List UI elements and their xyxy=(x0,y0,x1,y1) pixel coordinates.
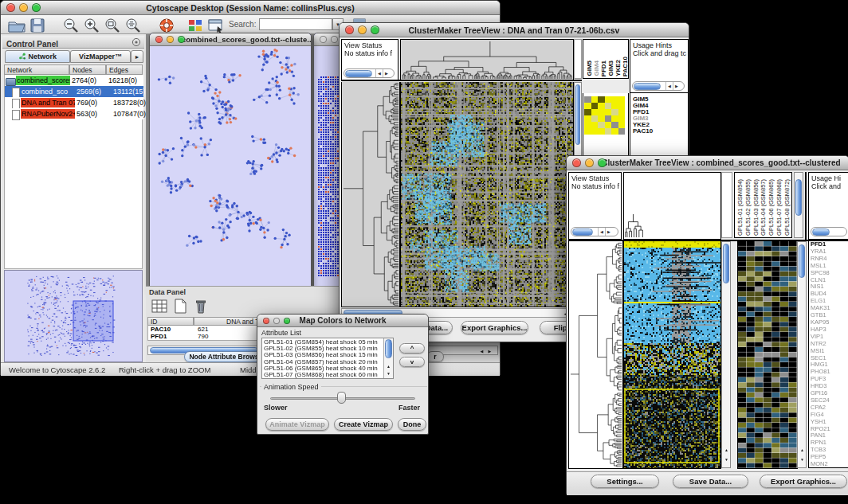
heatmap-cell[interactable] xyxy=(611,115,618,122)
attribute-list[interactable]: GPL51-01 (GSM854) heat shock 05 minGPL51… xyxy=(261,338,394,379)
scrollbar-thumb[interactable] xyxy=(723,244,729,283)
scroll-right-icon[interactable]: ▶ xyxy=(486,349,493,354)
heatmap-cell[interactable] xyxy=(618,109,626,115)
column-label[interactable]: GIM4 xyxy=(593,61,600,76)
attribute-list-item[interactable]: GPL51-06 (GSM865) heat shock 40 min xyxy=(264,365,382,372)
network-view-canvas[interactable] xyxy=(150,46,311,291)
column-header-network[interactable]: Network xyxy=(4,64,69,75)
column-header-nodes[interactable]: Nodes xyxy=(69,64,106,75)
network-row[interactable]: combined_scores2764(0)16218(0) xyxy=(5,75,143,86)
tab-network[interactable]: Network xyxy=(5,50,70,63)
tv1-status-scrollbar[interactable]: ◀ ▶ xyxy=(344,68,395,78)
scroll-left-icon[interactable]: ◀ xyxy=(665,82,673,90)
tv2-zoom-vscrollbar[interactable]: ▲ ▼ xyxy=(797,241,807,468)
heatmap-cell[interactable] xyxy=(611,96,618,103)
attribute-list-item[interactable]: GPL51-02 (GSM855) heat shock 10 min xyxy=(264,346,382,352)
column-label[interactable]: YKE2 xyxy=(614,60,622,76)
tab-overflow-button[interactable]: ► xyxy=(131,50,143,63)
attribute-list-item[interactable]: GPL51-07 (GSM868) heat shock 60 min xyxy=(264,372,382,378)
minimize-icon[interactable] xyxy=(331,36,338,43)
maximize-icon[interactable] xyxy=(284,318,290,324)
column-label[interactable]: PFD1 xyxy=(600,61,607,76)
move-up-button[interactable]: ^ xyxy=(399,343,425,354)
tv2-column-dendrogram[interactable] xyxy=(623,172,721,240)
scroll-down-icon[interactable]: ▼ xyxy=(723,457,730,462)
treeview1-title-bar[interactable]: ClusterMaker TreeView : DNA and Tran 07-… xyxy=(340,23,689,37)
front-frame-title-bar[interactable]: combined_scores_good.txt--cluste... xyxy=(150,33,311,46)
heatmap-cell[interactable] xyxy=(584,96,591,103)
maximize-icon[interactable] xyxy=(32,3,41,12)
network-frame-front[interactable]: combined_scores_good.txt--cluste... xyxy=(149,33,312,292)
animation-slider-thumb[interactable] xyxy=(337,392,346,404)
heatmap-cell[interactable] xyxy=(611,103,618,109)
save-session-icon[interactable] xyxy=(28,18,47,33)
dialog-title-bar[interactable]: Map Colors to Network xyxy=(257,315,428,327)
heatmap-cell[interactable] xyxy=(584,115,591,122)
scroll-right-icon[interactable]: ▶ xyxy=(673,82,680,90)
tv2-global-heatmap[interactable] xyxy=(623,241,721,469)
scrollbar-thumb[interactable] xyxy=(345,70,372,77)
scroll-up-icon[interactable]: ▲ xyxy=(385,364,392,369)
animate-vizmap-button[interactable]: Animate Vizmap xyxy=(265,418,329,431)
scrollbar-thumb[interactable] xyxy=(799,244,805,278)
scrollbar-thumb[interactable] xyxy=(572,229,593,236)
scroll-right-icon[interactable]: ▶ xyxy=(383,69,390,77)
tv2-collabel-scrollbar[interactable] xyxy=(794,172,803,238)
open-session-icon[interactable] xyxy=(7,18,26,33)
minimize-icon[interactable] xyxy=(585,158,594,167)
heatmap-cell[interactable] xyxy=(611,109,618,115)
treeview2-title-bar[interactable]: ClusterMaker TreeView : combined_scores_… xyxy=(567,156,848,170)
main-title-bar[interactable]: Cytoscape Desktop (Session Name: collins… xyxy=(1,1,500,15)
tv2-status-scrollbar[interactable]: ◀ ▶ xyxy=(571,227,618,236)
attribute-list-item[interactable]: GPL51-04 (GSM857) heat shock 20 min xyxy=(264,359,382,365)
heatmap-cell[interactable] xyxy=(584,128,591,135)
scroll-up-icon[interactable]: ▲ xyxy=(723,447,730,452)
zoom-selected-icon[interactable] xyxy=(103,18,122,33)
heatmap-cell[interactable] xyxy=(618,103,626,109)
tv1-hints-scrollbar[interactable]: ◀ ▶ xyxy=(632,81,685,91)
heatmap-cell[interactable] xyxy=(598,96,605,103)
minimize-icon[interactable] xyxy=(273,318,280,324)
scroll-down-icon[interactable]: ▼ xyxy=(385,371,392,376)
network-row[interactable]: RNAPuberNov2+I563(0)107847(0) xyxy=(5,108,143,119)
network-row[interactable]: DNA and Tran 07769(0)183728(0) xyxy=(5,97,143,108)
tv1-global-heatmap[interactable] xyxy=(400,82,574,307)
heatmap-cell[interactable] xyxy=(598,122,605,128)
heatmap-cell[interactable] xyxy=(605,96,612,103)
heatmap-cell[interactable] xyxy=(605,103,612,109)
heatmap-cell[interactable] xyxy=(584,122,591,128)
minimize-icon[interactable] xyxy=(167,36,174,43)
close-icon[interactable] xyxy=(6,3,15,12)
move-down-button[interactable]: v xyxy=(399,357,425,367)
heatmap-cell[interactable] xyxy=(591,96,599,103)
heatmap-cell[interactable] xyxy=(605,109,612,115)
heatmap-cell[interactable] xyxy=(618,115,626,122)
select-attributes-icon[interactable] xyxy=(151,299,168,314)
maximize-icon[interactable] xyxy=(178,36,185,43)
heatmap-cell[interactable] xyxy=(591,115,599,122)
minimize-icon[interactable] xyxy=(19,3,28,12)
tv1-row-dendrogram[interactable] xyxy=(341,82,400,307)
new-window-icon[interactable] xyxy=(206,18,226,33)
heatmap-cell[interactable] xyxy=(605,122,612,128)
tv2-row-dendrogram[interactable] xyxy=(568,241,623,469)
scroll-up-icon[interactable]: ▲ xyxy=(799,447,806,452)
heatmap-cell[interactable] xyxy=(584,103,591,109)
float-panel-icon[interactable] xyxy=(132,37,141,47)
done-button[interactable]: Done xyxy=(398,418,426,431)
heatmap-cell[interactable] xyxy=(591,122,599,128)
zoom-in-icon[interactable] xyxy=(82,18,101,33)
scroll-left-icon[interactable]: ◀ xyxy=(598,228,605,236)
tv2-zoom-heatmap[interactable] xyxy=(737,241,798,469)
heatmap-cell[interactable] xyxy=(618,96,626,103)
data-column-id[interactable]: ID xyxy=(147,317,194,326)
network-overview-panel[interactable] xyxy=(4,270,143,362)
heatmap-cell[interactable] xyxy=(598,128,605,135)
heatmap-cell[interactable] xyxy=(611,128,618,135)
create-vizmap-button[interactable]: Create Vizmap xyxy=(334,418,393,431)
network-row[interactable]: combined_sco2569(6)13112(15) xyxy=(5,86,143,97)
scrollbar-thumb[interactable] xyxy=(385,339,392,358)
scroll-down-icon[interactable]: ▼ xyxy=(799,457,806,462)
delete-attribute-trash-icon[interactable] xyxy=(192,299,210,314)
column-label[interactable]: GPL51-01 (GSM854) xyxy=(736,179,744,236)
